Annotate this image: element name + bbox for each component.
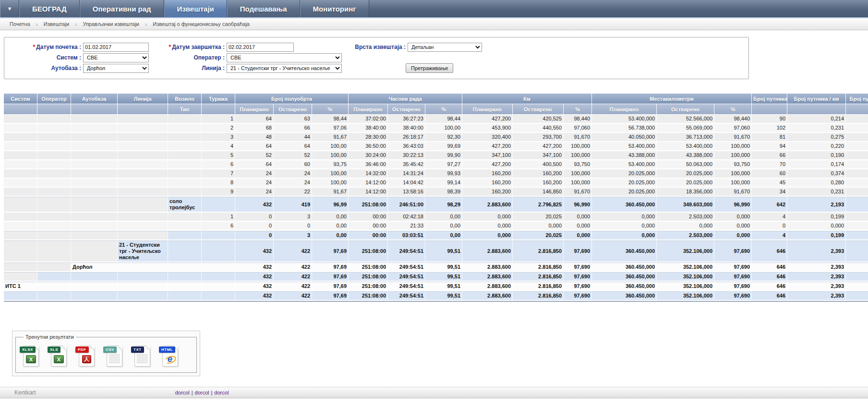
depot-select[interactable]: Дорћол [83, 64, 149, 73]
breadcrumb-current-report[interactable]: Извештај о функционисању саобраћаја [150, 21, 253, 27]
cell: 03:03:51 [388, 231, 425, 240]
format-badge: HTML [159, 346, 175, 353]
col-subheader-percent: % [425, 104, 462, 115]
footer-link-separator: | [190, 390, 195, 395]
cell [202, 282, 235, 291]
col-group-work-hours: Часови рада [349, 94, 462, 104]
cell [846, 263, 868, 272]
cell: 0,000 [513, 222, 564, 231]
cell: 18.356,000 [657, 188, 714, 197]
date-start-input[interactable] [83, 43, 149, 52]
nav-tab-monitoring[interactable]: Мониторинг [300, 0, 369, 17]
footer-link-dorcol-3[interactable]: dorcol [214, 390, 229, 395]
nav-tab-beograd[interactable]: БЕОГРАД [19, 0, 80, 17]
cell: 20,025 [513, 231, 564, 240]
cell: 99,14 [425, 179, 462, 188]
cell [71, 169, 118, 179]
cell: 0,000 [462, 213, 513, 222]
breadcrumb: Почетна › Извештаји › Управљачки извешта… [0, 18, 868, 30]
col-subheader-empty [118, 104, 168, 115]
cell [118, 124, 168, 133]
export-xlsx-icon[interactable]: XLSXX [21, 344, 40, 368]
cell: 52 [274, 151, 312, 160]
report-type-select[interactable]: Детаљан [408, 43, 482, 52]
cell: 249:54:51 [388, 240, 425, 263]
cell [71, 282, 118, 291]
system-select[interactable]: СВЕ [83, 53, 149, 62]
cell: 97,690 [714, 291, 752, 301]
date-end-input[interactable] [227, 43, 294, 52]
cell [37, 160, 71, 169]
col-subheader-empty [4, 104, 37, 115]
footer-link-dorcol-2[interactable]: dorcol [195, 390, 209, 395]
cell [118, 179, 168, 188]
cell: 68 [235, 124, 274, 133]
nav-tab-operativni-rad[interactable]: Оперативни рад [80, 0, 164, 17]
nav-menu-toggle[interactable]: ▾ [0, 0, 19, 17]
cell: 97,690 [714, 240, 752, 263]
export-icons: XLSXXXLSXPDF人CSV000000000000000000000000… [21, 344, 192, 368]
cell: 0,000 [592, 222, 657, 231]
cell [846, 188, 868, 197]
cell: 0,000 [657, 222, 714, 231]
cell [4, 115, 37, 124]
cell: 60 [274, 160, 312, 169]
cell [168, 115, 202, 124]
breadcrumb-home[interactable]: Почетна [7, 21, 33, 27]
cell [168, 263, 202, 272]
cell [846, 240, 868, 263]
cell: 100,00 [312, 151, 349, 160]
cell [846, 231, 868, 240]
cell: 98,440 [564, 115, 592, 124]
cell: 24 [235, 188, 274, 197]
cell: 97,690 [564, 263, 592, 272]
breadcrumb-management-reports[interactable]: Управљачки извештаји [80, 21, 142, 27]
cell: 100,00 [312, 169, 349, 179]
cell: 97,690 [714, 272, 752, 282]
cell [846, 115, 868, 124]
export-txt-icon[interactable]: TXT0000000000000000000000000000 [132, 344, 152, 368]
search-button[interactable]: Претраживање [406, 63, 453, 73]
nav-tab-podesavanja[interactable]: Подешавања [227, 0, 300, 17]
cell [202, 263, 235, 272]
cell: 36:46:00 [349, 160, 388, 169]
cell [71, 142, 118, 151]
cell: 251:08:00 [349, 240, 388, 263]
cell: 99,51 [425, 240, 462, 263]
cell: 44 [274, 133, 312, 142]
line-select[interactable]: 21 - Студентски трг - Учитељско насеље [227, 64, 342, 73]
cell: 422 [274, 263, 312, 272]
cell [846, 222, 868, 231]
col-header-operator: Оператер [37, 94, 71, 104]
breadcrumb-reports[interactable]: Извештаји [41, 21, 72, 27]
export-csv-icon[interactable]: CSV0000000000000000000000000000 [104, 344, 124, 368]
col-subheader-planned: Планирано [462, 104, 513, 115]
export-xls-icon[interactable]: XLSX [48, 344, 68, 368]
cell: 63 [274, 115, 312, 124]
cell: 0,000 [564, 222, 592, 231]
cell: 53.400,000 [592, 142, 657, 151]
cell: 96,99 [312, 197, 349, 213]
cell: 26:18:17 [388, 133, 425, 142]
col-group-half-turns: Број полуобрта [235, 94, 349, 104]
cell: 251:08:00 [349, 197, 388, 213]
export-html-icon[interactable]: HTMLe [160, 344, 180, 368]
cell [202, 240, 235, 263]
export-pdf-icon[interactable]: PDF人 [76, 344, 96, 368]
cell: 36:27:23 [388, 115, 425, 124]
cell: 38:40:00 [388, 124, 425, 133]
operator-label: Оператер : [149, 54, 225, 61]
cell [71, 231, 118, 240]
cell: 48 [235, 133, 274, 142]
footer-link-dorcol-1[interactable]: dorcol [175, 390, 190, 395]
page-fold [90, 346, 95, 350]
operator-select[interactable]: СВЕ [227, 53, 342, 62]
nav-tab-izvestaji[interactable]: Извештаји [164, 0, 227, 17]
cell: 22 [274, 188, 312, 197]
cell [37, 213, 71, 222]
cell [4, 124, 37, 133]
report-table-body: 1646398,4437:02:0036:27:2398,44427,20042… [4, 115, 868, 301]
cell [118, 263, 168, 272]
cell: 2.883,600 [462, 197, 513, 213]
cell: 30:22:13 [388, 151, 425, 160]
